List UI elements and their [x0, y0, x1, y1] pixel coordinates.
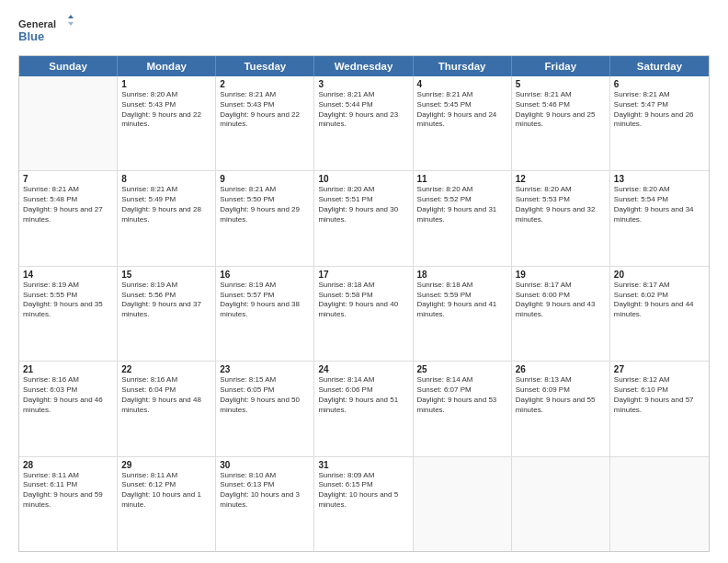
calendar-cell: 26Sunrise: 8:13 AMSunset: 6:09 PMDayligh…	[512, 362, 610, 455]
calendar-cell: 15Sunrise: 8:19 AMSunset: 5:56 PMDayligh…	[118, 267, 216, 361]
cell-details: Sunrise: 8:19 AMSunset: 5:56 PMDaylight:…	[121, 281, 211, 320]
header-day-tuesday: Tuesday	[216, 56, 314, 76]
day-number: 10	[318, 174, 408, 184]
cell-details: Sunrise: 8:21 AMSunset: 5:47 PMDaylight:…	[614, 90, 705, 130]
calendar-cell: 25Sunrise: 8:14 AMSunset: 6:07 PMDayligh…	[414, 362, 512, 455]
cell-details: Sunrise: 8:19 AMSunset: 5:57 PMDaylight:…	[220, 281, 310, 320]
day-number: 27	[614, 364, 705, 374]
calendar-cell: 3Sunrise: 8:21 AMSunset: 5:44 PMDaylight…	[314, 76, 413, 170]
cell-details: Sunrise: 8:17 AMSunset: 6:00 PMDaylight:…	[516, 281, 606, 320]
header-day-friday: Friday	[512, 56, 610, 76]
calendar-cell	[19, 76, 118, 170]
day-number: 26	[516, 364, 606, 374]
header-day-saturday: Saturday	[610, 56, 709, 76]
day-number: 31	[318, 460, 408, 470]
day-number: 6	[614, 79, 705, 89]
cell-details: Sunrise: 8:16 AMSunset: 6:03 PMDaylight:…	[23, 375, 113, 415]
calendar-cell: 24Sunrise: 8:14 AMSunset: 6:06 PMDayligh…	[314, 362, 413, 455]
day-number: 17	[318, 270, 408, 280]
calendar-week-2: 7Sunrise: 8:21 AMSunset: 5:48 PMDaylight…	[19, 171, 709, 266]
svg-text:Blue: Blue	[18, 29, 44, 43]
calendar-cell: 14Sunrise: 8:19 AMSunset: 5:55 PMDayligh…	[19, 267, 118, 361]
cell-details: Sunrise: 8:20 AMSunset: 5:54 PMDaylight:…	[614, 185, 705, 224]
calendar-cell: 6Sunrise: 8:21 AMSunset: 5:47 PMDaylight…	[610, 76, 709, 170]
cell-details: Sunrise: 8:18 AMSunset: 5:58 PMDaylight:…	[318, 281, 408, 320]
cell-details: Sunrise: 8:15 AMSunset: 6:05 PMDaylight:…	[220, 375, 310, 415]
cell-details: Sunrise: 8:14 AMSunset: 6:06 PMDaylight:…	[318, 375, 408, 415]
cell-details: Sunrise: 8:14 AMSunset: 6:07 PMDaylight:…	[417, 375, 507, 415]
page: General Blue SundayMondayTuesdayWednesda…	[0, 0, 728, 563]
day-number: 3	[318, 79, 408, 89]
cell-details: Sunrise: 8:21 AMSunset: 5:50 PMDaylight:…	[220, 185, 310, 224]
calendar-cell: 11Sunrise: 8:20 AMSunset: 5:52 PMDayligh…	[414, 171, 512, 265]
calendar-header: SundayMondayTuesdayWednesdayThursdayFrid…	[19, 56, 709, 76]
calendar-cell	[610, 457, 709, 551]
calendar-cell: 1Sunrise: 8:20 AMSunset: 5:43 PMDaylight…	[118, 76, 216, 170]
day-number: 19	[516, 270, 606, 280]
day-number: 7	[23, 174, 113, 184]
header: General Blue	[18, 15, 710, 48]
calendar-cell: 29Sunrise: 8:11 AMSunset: 6:12 PMDayligh…	[118, 457, 216, 551]
svg-text:General: General	[18, 18, 56, 29]
cell-details: Sunrise: 8:21 AMSunset: 5:43 PMDaylight:…	[220, 90, 310, 130]
day-number: 15	[121, 270, 211, 280]
day-number: 2	[220, 79, 310, 89]
calendar-cell: 27Sunrise: 8:12 AMSunset: 6:10 PMDayligh…	[610, 362, 709, 455]
cell-details: Sunrise: 8:13 AMSunset: 6:09 PMDaylight:…	[516, 375, 606, 415]
cell-details: Sunrise: 8:21 AMSunset: 5:45 PMDaylight:…	[417, 90, 507, 130]
calendar-cell: 13Sunrise: 8:20 AMSunset: 5:54 PMDayligh…	[610, 171, 709, 265]
day-number: 8	[121, 174, 211, 184]
day-number: 28	[23, 460, 113, 470]
cell-details: Sunrise: 8:21 AMSunset: 5:48 PMDaylight:…	[23, 185, 113, 224]
logo-svg: General Blue	[18, 15, 74, 48]
calendar-cell: 30Sunrise: 8:10 AMSunset: 6:13 PMDayligh…	[216, 457, 314, 551]
calendar-cell: 21Sunrise: 8:16 AMSunset: 6:03 PMDayligh…	[19, 362, 118, 455]
calendar-cell	[512, 457, 610, 551]
calendar-cell: 7Sunrise: 8:21 AMSunset: 5:48 PMDaylight…	[19, 171, 118, 265]
day-number: 21	[23, 364, 113, 374]
calendar-cell	[414, 457, 512, 551]
calendar-cell: 20Sunrise: 8:17 AMSunset: 6:02 PMDayligh…	[610, 267, 709, 361]
day-number: 16	[220, 270, 310, 280]
cell-details: Sunrise: 8:21 AMSunset: 5:46 PMDaylight:…	[516, 90, 606, 130]
calendar-cell: 8Sunrise: 8:21 AMSunset: 5:49 PMDaylight…	[118, 171, 216, 265]
cell-details: Sunrise: 8:20 AMSunset: 5:52 PMDaylight:…	[417, 185, 507, 224]
cell-details: Sunrise: 8:20 AMSunset: 5:43 PMDaylight:…	[121, 90, 211, 130]
header-day-thursday: Thursday	[414, 56, 512, 76]
calendar-cell: 18Sunrise: 8:18 AMSunset: 5:59 PMDayligh…	[414, 267, 512, 361]
svg-marker-3	[68, 22, 74, 26]
day-number: 11	[417, 174, 507, 184]
calendar-cell: 2Sunrise: 8:21 AMSunset: 5:43 PMDaylight…	[216, 76, 314, 170]
cell-details: Sunrise: 8:11 AMSunset: 6:12 PMDaylight:…	[121, 471, 211, 511]
day-number: 13	[614, 174, 705, 184]
day-number: 25	[417, 364, 507, 374]
cell-details: Sunrise: 8:16 AMSunset: 6:04 PMDaylight:…	[121, 375, 211, 415]
calendar: SundayMondayTuesdayWednesdayThursdayFrid…	[18, 55, 710, 552]
calendar-cell: 23Sunrise: 8:15 AMSunset: 6:05 PMDayligh…	[216, 362, 314, 455]
day-number: 1	[121, 79, 211, 89]
calendar-cell: 31Sunrise: 8:09 AMSunset: 6:15 PMDayligh…	[314, 457, 413, 551]
calendar-cell: 10Sunrise: 8:20 AMSunset: 5:51 PMDayligh…	[314, 171, 413, 265]
day-number: 22	[121, 364, 211, 374]
calendar-cell: 4Sunrise: 8:21 AMSunset: 5:45 PMDaylight…	[414, 76, 512, 170]
header-day-sunday: Sunday	[19, 56, 118, 76]
cell-details: Sunrise: 8:18 AMSunset: 5:59 PMDaylight:…	[417, 281, 507, 320]
day-number: 23	[220, 364, 310, 374]
cell-details: Sunrise: 8:20 AMSunset: 5:53 PMDaylight:…	[516, 185, 606, 224]
calendar-cell: 16Sunrise: 8:19 AMSunset: 5:57 PMDayligh…	[216, 267, 314, 361]
header-day-wednesday: Wednesday	[314, 56, 413, 76]
cell-details: Sunrise: 8:17 AMSunset: 6:02 PMDaylight:…	[614, 281, 705, 320]
calendar-cell: 28Sunrise: 8:11 AMSunset: 6:11 PMDayligh…	[19, 457, 118, 551]
cell-details: Sunrise: 8:21 AMSunset: 5:49 PMDaylight:…	[121, 185, 211, 224]
cell-details: Sunrise: 8:21 AMSunset: 5:44 PMDaylight:…	[318, 90, 408, 130]
svg-marker-2	[68, 15, 74, 18]
day-number: 24	[318, 364, 408, 374]
calendar-cell: 12Sunrise: 8:20 AMSunset: 5:53 PMDayligh…	[512, 171, 610, 265]
calendar-cell: 5Sunrise: 8:21 AMSunset: 5:46 PMDaylight…	[512, 76, 610, 170]
logo: General Blue	[18, 15, 74, 48]
calendar-week-5: 28Sunrise: 8:11 AMSunset: 6:11 PMDayligh…	[19, 457, 709, 551]
day-number: 20	[614, 270, 705, 280]
day-number: 4	[417, 79, 507, 89]
calendar-week-3: 14Sunrise: 8:19 AMSunset: 5:55 PMDayligh…	[19, 267, 709, 362]
calendar-cell: 22Sunrise: 8:16 AMSunset: 6:04 PMDayligh…	[118, 362, 216, 455]
